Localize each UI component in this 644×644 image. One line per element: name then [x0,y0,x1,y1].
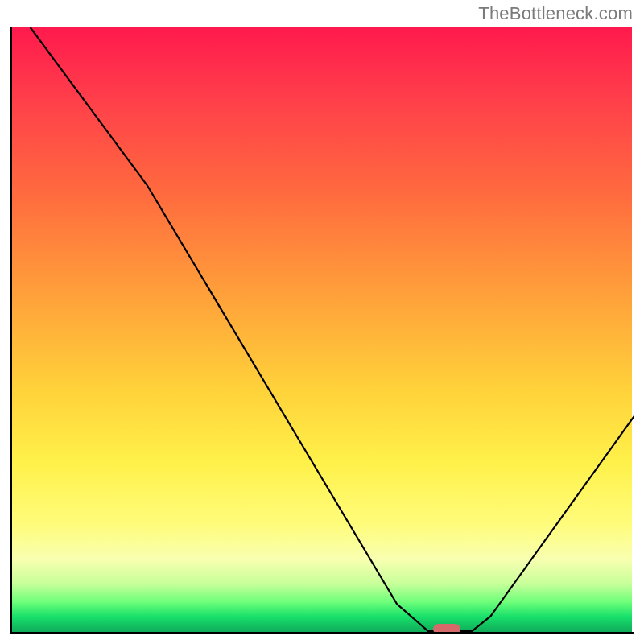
chart-container: TheBottleneck.com [0,0,644,644]
x-axis [10,632,634,634]
curve-path [31,27,634,631]
bottleneck-curve [10,27,634,634]
y-axis [10,27,12,634]
watermark-text: TheBottleneck.com [478,3,633,24]
plot-area [10,27,634,634]
